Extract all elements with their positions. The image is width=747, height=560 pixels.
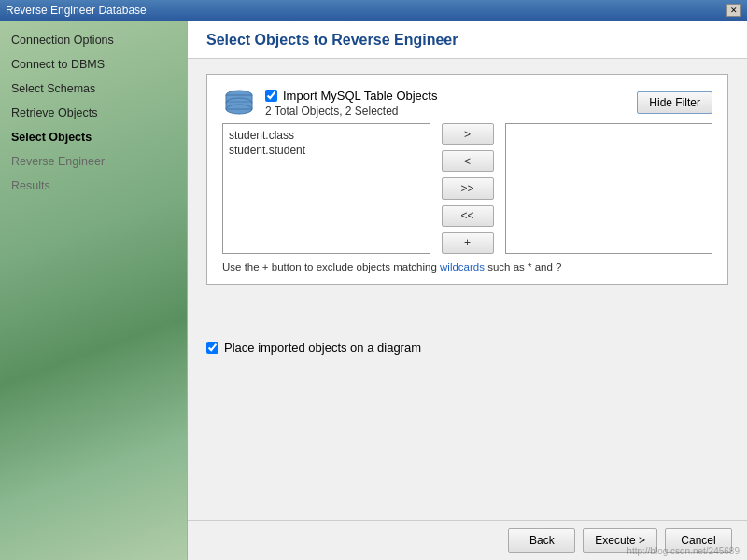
place-diagram-checkbox[interactable] (206, 342, 218, 354)
sidebar-item-connect-to-dbms[interactable]: Connect to DBMS (0, 52, 187, 77)
sidebar: Connection Options Connect to DBMS Selec… (0, 21, 187, 560)
hide-filter-button[interactable]: Hide Filter (637, 91, 712, 114)
import-row: Import MySQL Table Objects 2 Total Objec… (222, 86, 712, 119)
destination-list[interactable] (505, 123, 713, 254)
wildcards-link[interactable]: wildcards (440, 261, 485, 273)
objects-count: 2 Total Objects, 2 Selected (265, 105, 437, 118)
move-all-left-button[interactable]: << (442, 205, 494, 227)
import-section: Import MySQL Table Objects 2 Total Objec… (206, 74, 728, 285)
title-bar-text: Reverse Engineer Database (6, 4, 147, 17)
sidebar-item-select-schemas[interactable]: Select Schemas (0, 77, 187, 101)
move-all-right-button[interactable]: >> (442, 177, 494, 199)
sidebar-item-connection-options[interactable]: Connection Options (0, 28, 187, 52)
hint-text: Use the + button to exclude objects matc… (222, 261, 712, 273)
back-button[interactable]: Back (508, 528, 575, 553)
transfer-buttons: > < >> << + (438, 123, 498, 254)
title-bar: Reverse Engineer Database ✕ (0, 0, 747, 21)
import-left: Import MySQL Table Objects 2 Total Objec… (222, 86, 437, 119)
main-header: Select Objects to Reverse Engineer (188, 21, 747, 59)
import-checkbox-label: Import MySQL Table Objects (283, 89, 437, 103)
sidebar-item-results: Results (0, 174, 187, 198)
sidebar-item-retrieve-objects[interactable]: Retrieve Objects (0, 101, 187, 125)
close-button[interactable]: ✕ (726, 4, 741, 17)
database-icon (222, 86, 256, 119)
watermark: http://blog.csdn.net/245689 (627, 546, 740, 556)
list-item: student.class (227, 128, 426, 143)
sidebar-item-reverse-engineer: Reverse Engineer (0, 149, 187, 174)
move-right-button[interactable]: > (442, 123, 494, 145)
plus-button[interactable]: + (442, 232, 494, 254)
main-body: Import MySQL Table Objects 2 Total Objec… (188, 59, 747, 520)
title-bar-buttons: ✕ (726, 4, 741, 17)
sidebar-item-select-objects[interactable]: Select Objects (0, 125, 187, 149)
import-checkbox-row: Import MySQL Table Objects (265, 89, 437, 103)
list-item: student.student (227, 143, 426, 158)
place-diagram-label: Place imported objects on a diagram (224, 341, 421, 355)
page-title: Select Objects to Reverse Engineer (206, 32, 728, 49)
place-diagram-section: Place imported objects on a diagram (206, 341, 728, 355)
window-body: Connection Options Connect to DBMS Selec… (0, 21, 747, 560)
place-diagram-row: Place imported objects on a diagram (206, 341, 728, 355)
import-info: Import MySQL Table Objects 2 Total Objec… (265, 89, 437, 118)
import-checkbox[interactable] (265, 90, 277, 102)
db-icon (222, 86, 256, 119)
main-content: Select Objects to Reverse Engineer (187, 21, 747, 560)
source-list[interactable]: student.class student.student (222, 123, 430, 254)
move-left-button[interactable]: < (442, 150, 494, 172)
transfer-area: student.class student.student > < >> << … (222, 123, 712, 254)
